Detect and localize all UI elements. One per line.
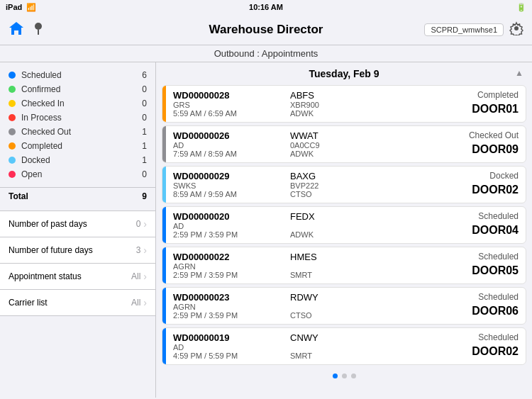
appt-carrier: RDWY bbox=[290, 292, 401, 303]
appt-status: Checked Out bbox=[407, 130, 519, 141]
appt-carrier: BAXG bbox=[290, 171, 401, 181]
appointment-card[interactable]: WD00000020 FEDX Scheduled AD DOOR04 2:59… bbox=[162, 206, 526, 244]
pin-button[interactable] bbox=[33, 21, 44, 38]
legend-dot bbox=[9, 86, 16, 93]
appt-body: WD00000019 CNWY Scheduled AD DOOR02 4:59… bbox=[166, 328, 526, 364]
appointment-card[interactable]: WD00000028 ABFS Completed GRS XBR900 DOO… bbox=[162, 85, 526, 123]
appt-loc: ADWK bbox=[290, 109, 401, 118]
main-layout: Scheduled 6 Confirmed 0 Checked In 0 In … bbox=[0, 62, 532, 398]
appt-loc: ADWK bbox=[290, 230, 401, 239]
filter-label: Number of past days bbox=[9, 219, 87, 229]
appt-time: 2:59 PM / 3:59 PM bbox=[173, 230, 284, 239]
legend-count: 1 bbox=[142, 127, 147, 137]
pagination-dot[interactable] bbox=[333, 373, 338, 378]
time-display: 10:16 AM bbox=[249, 3, 283, 11]
appointments-content[interactable]: Tuesday, Feb 9 ▲ WD00000028 ABFS Complet… bbox=[156, 62, 532, 398]
filter-label: Carrier list bbox=[9, 298, 48, 308]
filter-right: 3 › bbox=[136, 245, 147, 256]
appt-id: WD00000023 bbox=[173, 292, 284, 303]
svg-marker-0 bbox=[9, 22, 23, 35]
sub-title: Outbound : Appointments bbox=[0, 45, 532, 62]
legend-dot bbox=[9, 128, 16, 135]
legend-label: Scheduled bbox=[21, 70, 62, 80]
gear-button[interactable] bbox=[509, 21, 523, 38]
total-row: Total 9 bbox=[0, 187, 155, 205]
appt-door-cell: DOOR02 bbox=[407, 181, 519, 198]
filter-value: All bbox=[131, 298, 140, 308]
legend-label: Completed bbox=[21, 141, 62, 151]
appt-carrier: FEDX bbox=[290, 211, 401, 222]
appt-id: WD00000019 bbox=[173, 332, 284, 343]
filter-item[interactable]: Number of past days 0 › bbox=[0, 210, 155, 237]
appt-status: Scheduled bbox=[407, 292, 519, 303]
server-badge: SCPRD_wmwhse1 bbox=[424, 23, 504, 36]
appt-body: WD00000020 FEDX Scheduled AD DOOR04 2:59… bbox=[166, 207, 526, 243]
scroll-up-icon[interactable]: ▲ bbox=[515, 68, 523, 78]
appointment-card[interactable]: WD00000029 BAXG Docked SWKS BVP222 DOOR0… bbox=[162, 166, 526, 203]
appt-time: 4:59 PM / 5:59 PM bbox=[173, 352, 284, 360]
appt-carrier: WWAT bbox=[290, 130, 401, 141]
filter-right: All › bbox=[131, 297, 147, 308]
appt-door: DOOR02 bbox=[472, 345, 519, 358]
legend-count: 0 bbox=[142, 169, 147, 179]
appt-time: 2:59 PM / 3:59 PM bbox=[173, 311, 284, 320]
appt-status: Scheduled bbox=[407, 332, 519, 343]
legend-item: In Process 0 bbox=[9, 111, 147, 125]
appt-status: Scheduled bbox=[407, 211, 519, 222]
appointment-card[interactable]: WD00000026 WWAT Checked Out AD 0A0CC9 DO… bbox=[162, 125, 526, 163]
nav-bar: Warehouse Director SCPRD_wmwhse1 bbox=[0, 14, 532, 45]
appt-sub1: AD bbox=[173, 141, 284, 150]
legend-label: Docked bbox=[21, 155, 50, 165]
legend-item: Checked In 0 bbox=[9, 96, 147, 111]
pagination bbox=[156, 368, 532, 384]
appt-sub1: AGRN bbox=[173, 262, 284, 271]
appt-sub2: 0A0CC9 bbox=[290, 141, 401, 150]
filter-value: 0 bbox=[136, 219, 141, 229]
appt-loc: CTSO bbox=[290, 311, 401, 320]
appt-carrier: ABFS bbox=[290, 90, 401, 101]
pagination-dot[interactable] bbox=[351, 373, 356, 378]
appt-id: WD00000028 bbox=[173, 90, 284, 101]
appointment-card[interactable]: WD00000023 RDWY Scheduled AGRN DOOR06 2:… bbox=[162, 287, 526, 325]
filter-item[interactable]: Carrier list All › bbox=[0, 289, 155, 316]
appt-id: WD00000022 bbox=[173, 252, 284, 262]
appt-time: 5:59 AM / 6:59 AM bbox=[173, 109, 284, 118]
legend-item: Open 0 bbox=[9, 167, 147, 181]
appt-status: Completed bbox=[407, 90, 519, 101]
appt-body: WD00000026 WWAT Checked Out AD 0A0CC9 DO… bbox=[166, 126, 526, 162]
battery-icon: 🔋 bbox=[516, 3, 526, 12]
sidebar: Scheduled 6 Confirmed 0 Checked In 0 In … bbox=[0, 62, 156, 398]
appt-loc: SMRT bbox=[290, 352, 401, 360]
appt-body: WD00000029 BAXG Docked SWKS BVP222 DOOR0… bbox=[166, 167, 526, 203]
appt-id: WD00000029 bbox=[173, 171, 284, 181]
total-label: Total bbox=[9, 191, 28, 201]
legend-dot bbox=[9, 114, 16, 121]
appt-loc: ADWK bbox=[290, 150, 401, 158]
chevron-right-icon: › bbox=[143, 297, 147, 308]
legend-dot bbox=[9, 100, 16, 107]
appt-sub2: BVP222 bbox=[290, 181, 401, 190]
appt-status: Docked bbox=[407, 171, 519, 181]
filter-item[interactable]: Appointment status All › bbox=[0, 263, 155, 289]
appt-door-cell: DOOR04 bbox=[407, 222, 519, 239]
appt-door: DOOR04 bbox=[472, 224, 519, 237]
svg-point-3 bbox=[514, 26, 519, 30]
appt-time: 7:59 AM / 8:59 AM bbox=[173, 150, 284, 158]
appt-door-cell: DOOR02 bbox=[407, 343, 519, 360]
filter-value: All bbox=[131, 271, 140, 281]
date-header: Tuesday, Feb 9 ▲ bbox=[156, 62, 532, 82]
home-button[interactable] bbox=[9, 21, 24, 38]
legend-count: 1 bbox=[142, 141, 147, 151]
legend-count: 6 bbox=[142, 70, 147, 80]
filter-item[interactable]: Number of future days 3 › bbox=[0, 237, 155, 263]
status-bar: iPad 📶 10:16 AM 🔋 bbox=[0, 0, 532, 14]
legend-item: Completed 1 bbox=[9, 139, 147, 153]
legend-dot bbox=[9, 142, 16, 150]
appt-carrier: HMES bbox=[290, 252, 401, 262]
filter-label: Number of future days bbox=[9, 245, 93, 255]
pagination-dot[interactable] bbox=[342, 373, 347, 378]
appt-door: DOOR09 bbox=[472, 143, 519, 156]
appointment-card[interactable]: WD00000019 CNWY Scheduled AD DOOR02 4:59… bbox=[162, 327, 526, 365]
appt-id: WD00000020 bbox=[173, 211, 284, 222]
appointment-card[interactable]: WD00000022 HMES Scheduled AGRN DOOR05 2:… bbox=[162, 247, 526, 284]
